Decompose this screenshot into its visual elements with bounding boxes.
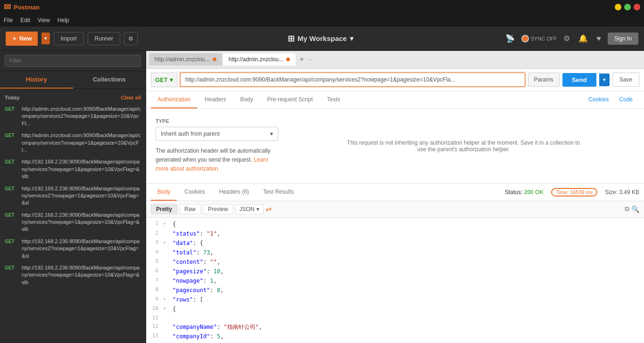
history-url: http://192.168.2.236:9090/BackManager/ap…	[22, 264, 141, 286]
notification-icon[interactable]: 🔔	[577, 32, 590, 45]
json-code: "pagesize": 10,	[171, 267, 223, 276]
sidebar-tabs: History Collections	[0, 71, 146, 89]
line-number: 9	[146, 295, 163, 304]
json-code: "companyId": 5,	[171, 332, 223, 341]
json-line: 3 ▾ "data": {	[146, 238, 644, 248]
settings-icon[interactable]: ⚙	[561, 32, 572, 45]
tab2-label: http://admin.znzclou...	[229, 56, 284, 63]
copy-icon[interactable]: ⧉	[625, 205, 629, 213]
history-item[interactable]: GET http://192.168.2.236:9090/BackManage…	[0, 156, 146, 182]
title-bar: ✉ Postman	[0, 0, 644, 14]
fold-indicator	[163, 248, 171, 257]
more-tabs-button[interactable]: ···	[308, 56, 313, 63]
history-url: http://192.168.2.236:9090/BackManager/ap…	[22, 238, 141, 260]
close-button[interactable]	[634, 4, 640, 10]
window-controls	[615, 4, 640, 10]
json-lines: 1 ▾ { 2 "status": "1", 3 ▾ "data": { 4 "…	[146, 220, 644, 342]
antenna-icon[interactable]: 📡	[504, 32, 517, 45]
fold-indicator: ▾	[163, 220, 171, 229]
heart-icon[interactable]: ♥	[594, 33, 603, 45]
tab1-label: http://admin.znzclou...	[155, 56, 210, 63]
config-tab-authorization[interactable]: Authorization	[151, 91, 197, 108]
maximize-button[interactable]	[624, 4, 631, 10]
fold-indicator: ▾	[163, 239, 171, 247]
send-dropdown-button[interactable]: ▾	[599, 74, 610, 86]
tab-collections[interactable]: Collections	[73, 71, 146, 89]
history-item[interactable]: GET http://admin.znzcloud.com:9090/BackM…	[0, 103, 146, 130]
menu-edit[interactable]: Edit	[20, 17, 30, 24]
add-tab-button[interactable]: +	[297, 55, 306, 64]
method-badge: GET	[5, 212, 19, 218]
menu-file[interactable]: File	[4, 17, 13, 24]
line-number: 2	[146, 229, 163, 238]
format-raw-button[interactable]: Raw	[179, 204, 201, 214]
sync-indicator: SYNC OFF	[521, 35, 557, 42]
response-tab-testresults[interactable]: Test Results	[256, 184, 300, 201]
params-button[interactable]: Params	[528, 73, 560, 87]
history-item[interactable]: GET http://admin.znzcloud.com:9090/BackM…	[0, 130, 146, 156]
config-tab-tests[interactable]: Tests	[320, 91, 347, 108]
format-type-label: JSON	[239, 206, 255, 212]
signin-button[interactable]: Sign In	[608, 33, 638, 45]
json-code: {	[171, 305, 176, 313]
auth-right: This request is not inheriting any autho…	[292, 118, 635, 174]
history-item[interactable]: GET http://192.168.2.236:9090/BackManage…	[0, 183, 146, 209]
workspace-arrow-icon: ▾	[350, 34, 354, 43]
history-item[interactable]: GET http://192.168.2.236:9090/BackManage…	[0, 262, 146, 288]
format-pretty-button[interactable]: Pretty	[151, 204, 177, 214]
fold-indicator	[163, 314, 171, 322]
history-item[interactable]: GET http://192.168.2.236:9090/BackManage…	[0, 236, 146, 262]
code-link[interactable]: Code	[612, 91, 639, 108]
json-body: 1 ▾ { 2 "status": "1", 3 ▾ "data": { 4 "…	[146, 218, 644, 343]
method-badge: GET	[5, 158, 19, 164]
config-tab-prerequest[interactable]: Pre-request Script	[261, 91, 320, 108]
method-badge: GET	[5, 264, 19, 270]
request-tab-2[interactable]: http://admin.znzclou...	[223, 53, 296, 65]
line-number: 10	[146, 305, 163, 313]
search-response-icon[interactable]: 🔍	[631, 205, 639, 213]
json-code: "nowpage": 1,	[171, 277, 217, 285]
new-dropdown-button[interactable]: ▾	[41, 33, 50, 44]
method-selector[interactable]: GET ▾	[151, 73, 177, 87]
history-item[interactable]: GET http://192.168.2.236:9090/BackManage…	[0, 209, 146, 236]
url-input[interactable]	[180, 73, 525, 87]
format-preview-button[interactable]: Preview	[203, 204, 233, 214]
send-button[interactable]: Send	[562, 73, 596, 87]
format-type-selector[interactable]: JSON ▾	[235, 204, 264, 214]
import-button[interactable]: Import	[54, 32, 84, 45]
json-code	[171, 314, 173, 322]
response-tab-headers[interactable]: Headers (6)	[213, 184, 256, 201]
response-section: Body Cookies Headers (6) Test Results St…	[146, 184, 644, 343]
response-tab-cookies[interactable]: Cookies	[178, 184, 211, 201]
json-line: 4 "total": 73,	[146, 248, 644, 257]
workspace-selector[interactable]: ⊞ My Workspace ▾	[288, 33, 354, 44]
history-url: http://192.168.2.236:9090/BackManager/ap…	[22, 158, 141, 180]
cookies-link[interactable]: Cookies	[586, 91, 611, 108]
clear-all-button[interactable]: Clear all	[121, 95, 141, 100]
minimize-button[interactable]	[615, 4, 621, 10]
proxy-button[interactable]: ⚙	[124, 32, 138, 45]
history-url: http://admin.znzcloud.com:9090/BackManag…	[22, 106, 141, 127]
auth-type-selector[interactable]: Inherit auth from parent ▾	[156, 127, 278, 141]
json-line: 6 "pagesize": 10,	[146, 267, 644, 276]
response-tabs: Body Cookies Headers (6) Test Results St…	[146, 184, 644, 201]
config-tab-headers[interactable]: Headers	[198, 91, 232, 108]
runner-button[interactable]: Runner	[88, 32, 120, 45]
menu-view[interactable]: View	[38, 17, 50, 24]
menu-help[interactable]: Help	[58, 17, 69, 24]
response-tab-body[interactable]: Body	[151, 184, 177, 201]
request-tab-1[interactable]: http://admin.znzclou...	[149, 53, 222, 65]
wrap-icon[interactable]: ⇌	[265, 204, 272, 213]
json-code: "rows": [	[171, 295, 203, 304]
json-line: 11	[146, 314, 644, 323]
tab-history[interactable]: History	[0, 71, 73, 89]
new-button[interactable]: ＋ New	[6, 32, 38, 46]
menu-bar: File Edit View Help	[0, 14, 644, 26]
fold-indicator	[163, 323, 171, 331]
save-button[interactable]: Save	[612, 73, 639, 87]
auth-info-text: This request is not inheriting any autho…	[346, 139, 581, 153]
url-input-wrapper	[180, 73, 525, 87]
config-tab-body[interactable]: Body	[233, 91, 259, 108]
history-url: http://admin.znzcloud.com:9090/BackManag…	[22, 132, 141, 154]
filter-input[interactable]	[5, 55, 141, 67]
